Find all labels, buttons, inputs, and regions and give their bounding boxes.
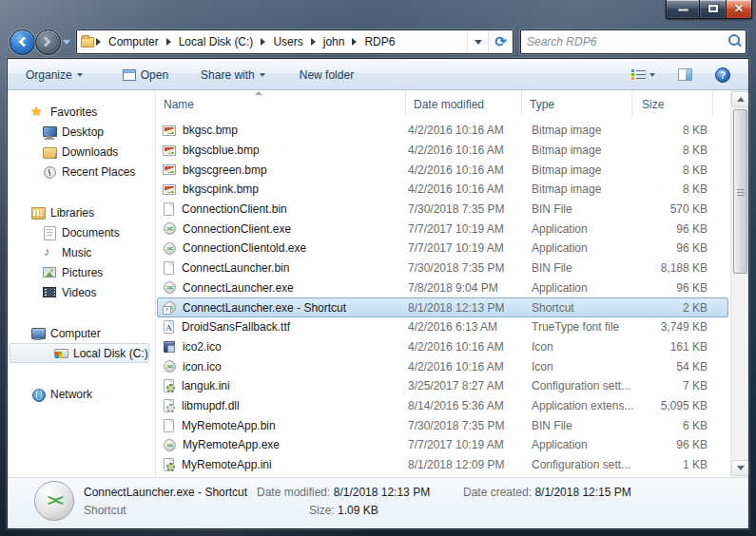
- open-icon: [123, 69, 136, 81]
- file-rows: bkgsc.bmp4/2/2016 10:16 AMBitmap image8 …: [156, 121, 730, 474]
- file-size: 8 KB: [634, 182, 715, 196]
- file-row-bkgscblue-bmp[interactable]: bkgscblue.bmp4/2/2016 10:16 AMBitmap ima…: [157, 141, 728, 161]
- file-size: 5,095 KB: [634, 399, 715, 412]
- file-size: 161 KB: [634, 340, 715, 354]
- forward-arrow-icon: [40, 36, 50, 47]
- sidebar-item-label: Computer: [50, 327, 101, 340]
- back-button[interactable]: [10, 29, 35, 55]
- breadcrumb-item-computer[interactable]: Computer: [102, 30, 165, 53]
- file-type: Application extens...: [524, 399, 634, 412]
- breadcrumb-separator-icon: [352, 38, 357, 46]
- file-row-ico2-ico[interactable]: ico2.ico4/2/2016 10:16 AMIcon161 KB: [157, 337, 728, 357]
- file-size: 54 KB: [634, 360, 715, 373]
- file-row-bkgscpink-bmp[interactable]: bkgscpink.bmp4/2/2016 10:16 AMBitmap ima…: [157, 180, 728, 200]
- file-type: Bitmap image: [524, 124, 634, 137]
- videos-film-icon: [43, 287, 56, 297]
- column-header-size[interactable]: Size: [632, 90, 713, 116]
- sidebar-item-local-disk-c-[interactable]: Local Disk (C:): [10, 343, 149, 363]
- open-button[interactable]: Open: [114, 65, 177, 86]
- scroll-down-button[interactable]: [731, 460, 749, 476]
- sidebar-item-documents[interactable]: Documents: [8, 222, 155, 242]
- sidebar-item-libraries[interactable]: Libraries: [8, 202, 155, 222]
- recent-pages-dropdown[interactable]: [63, 40, 70, 45]
- file-row-connectlauncher-exe-shortcut[interactable]: ConnectLauncher.exe - Shortcut8/1/2018 1…: [157, 297, 728, 317]
- file-size: 2 KB: [634, 301, 715, 315]
- sidebar-item-network[interactable]: Network: [8, 384, 155, 404]
- change-view-button[interactable]: [623, 66, 664, 84]
- file-row-bkgsc-bmp[interactable]: bkgsc.bmp4/2/2016 10:16 AMBitmap image8 …: [157, 121, 728, 141]
- column-header-date-modified[interactable]: Date modified: [406, 90, 522, 116]
- explorer-window: { "window": { "caption_buttons": ["minim…: [0, 0, 756, 536]
- sidebar-item-favorites[interactable]: Favorites: [8, 102, 155, 122]
- column-header-name[interactable]: Name: [156, 90, 406, 116]
- refresh-button[interactable]: ⟳: [488, 30, 513, 53]
- address-dropdown-button[interactable]: [467, 30, 488, 53]
- new-folder-label: New folder: [300, 68, 354, 82]
- sidebar-item-label: Recent Places: [62, 165, 135, 179]
- maximize-button[interactable]: [699, 0, 727, 19]
- new-folder-button[interactable]: New folder: [291, 65, 362, 86]
- file-name: MyRemoteApp.ini: [182, 458, 272, 471]
- file-row-droidsansfallback-ttf[interactable]: DroidSansFallback.ttf4/2/2016 6:13 AMTru…: [157, 317, 728, 337]
- scrollbar-thumb[interactable]: [733, 109, 747, 274]
- breadcrumb-item-users[interactable]: Users: [266, 30, 309, 53]
- file-row-languk-ini[interactable]: languk.ini3/25/2017 8:27 AMConfiguration…: [157, 376, 728, 396]
- file-row-connectionclientold-exe[interactable]: ConnectionClientold.exe7/7/2017 10:19 AM…: [157, 239, 728, 258]
- file-row-icon-ico[interactable]: icon.ico4/2/2016 10:16 AMIcon54 KB: [157, 356, 728, 376]
- sidebar-item-desktop[interactable]: Desktop: [8, 122, 155, 142]
- sidebar-item-recent-places[interactable]: Recent Places: [8, 162, 155, 182]
- file-type: TrueType font file: [524, 320, 634, 334]
- sidebar-item-pictures[interactable]: Pictures: [8, 262, 155, 282]
- ttf-file-icon: [164, 320, 174, 334]
- file-size: 6 KB: [634, 419, 715, 432]
- breadcrumb: ComputerLocal Disk (C:)UsersjohnRDP6: [95, 30, 401, 53]
- ini-file-icon: [164, 379, 174, 392]
- sidebar-item-music[interactable]: Music: [8, 242, 155, 262]
- search-input[interactable]: [521, 35, 725, 48]
- sidebar-item-computer[interactable]: Computer: [8, 323, 155, 343]
- share-with-button[interactable]: Share with: [192, 65, 274, 86]
- local-disk-icon: [54, 349, 68, 358]
- file-row-libmupdf-dll[interactable]: libmupdf.dll8/14/2016 5:36 AMApplication…: [157, 396, 728, 416]
- exe-file-icon: [164, 360, 176, 373]
- breadcrumb-item-rdp6[interactable]: RDP6: [358, 30, 401, 53]
- file-name: bkgsc.bmp: [183, 124, 238, 137]
- libraries-icon: [30, 205, 46, 220]
- preview-pane-button[interactable]: [669, 65, 701, 85]
- ini-file-icon: [164, 458, 174, 471]
- arrow-down-icon: [737, 466, 745, 470]
- scroll-up-button[interactable]: [731, 91, 749, 107]
- file-row-bkgscgreen-bmp[interactable]: bkgscgreen.bmp4/2/2016 10:16 AMBitmap im…: [157, 160, 728, 180]
- forward-button[interactable]: [35, 29, 61, 55]
- file-row-myremoteapp-exe[interactable]: MyRemoteApp.exe7/7/2017 10:19 AMApplicat…: [157, 435, 728, 455]
- help-button[interactable]: ?: [707, 64, 739, 86]
- close-icon: ✕: [727, 2, 751, 15]
- close-button[interactable]: ✕: [727, 0, 752, 19]
- breadcrumb-item-john[interactable]: john: [317, 30, 352, 53]
- file-row-connectlauncher-exe[interactable]: ConnectLauncher.exe7/8/2018 9:04 PMAppli…: [157, 278, 728, 298]
- search-icon[interactable]: [725, 31, 746, 52]
- organize-button[interactable]: Organize: [17, 65, 91, 86]
- file-row-myremoteapp-bin[interactable]: MyRemoteApp.bin7/30/2018 7:35 PMBIN File…: [157, 415, 728, 435]
- file-type: Icon: [524, 360, 634, 373]
- column-header-type[interactable]: Type: [522, 90, 632, 116]
- file-row-myremoteapp-ini[interactable]: MyRemoteApp.ini8/1/2018 12:09 PMConfigur…: [157, 455, 728, 475]
- sidebar-item-videos[interactable]: Videos: [8, 282, 155, 302]
- file-row-connectionclient-bin[interactable]: ConnectionClient.bin7/30/2018 7:35 PMBIN…: [157, 200, 728, 220]
- file-size: 96 KB: [634, 241, 715, 255]
- favorites-star-icon: [30, 105, 46, 120]
- file-row-connectionclient-exe[interactable]: ConnectionClient.exe7/7/2017 10:19 AMApp…: [157, 219, 728, 239]
- file-row-connectlauncher-bin[interactable]: ConnectLauncher.bin7/30/2018 7:35 PMBIN …: [157, 258, 728, 278]
- address-bar[interactable]: ComputerLocal Disk (C:)UsersjohnRDP6 ⟳: [76, 29, 514, 54]
- sidebar-item-label: Local Disk (C:): [73, 347, 148, 360]
- minimize-button[interactable]: [666, 0, 699, 19]
- file-size: 3,749 KB: [634, 320, 715, 334]
- breadcrumb-item-local-disk-c-[interactable]: Local Disk (C:): [172, 30, 261, 53]
- file-date-modified: 7/30/2018 7:35 PM: [408, 261, 524, 275]
- sidebar-item-downloads[interactable]: Downloads: [8, 142, 155, 162]
- vertical-scrollbar[interactable]: [730, 90, 748, 477]
- column-headers: Name Date modified Type Size: [156, 90, 730, 117]
- file-type: Bitmap image: [524, 182, 634, 196]
- sort-ascending-icon: [255, 91, 262, 95]
- sidebar-item-label: Downloads: [62, 145, 118, 159]
